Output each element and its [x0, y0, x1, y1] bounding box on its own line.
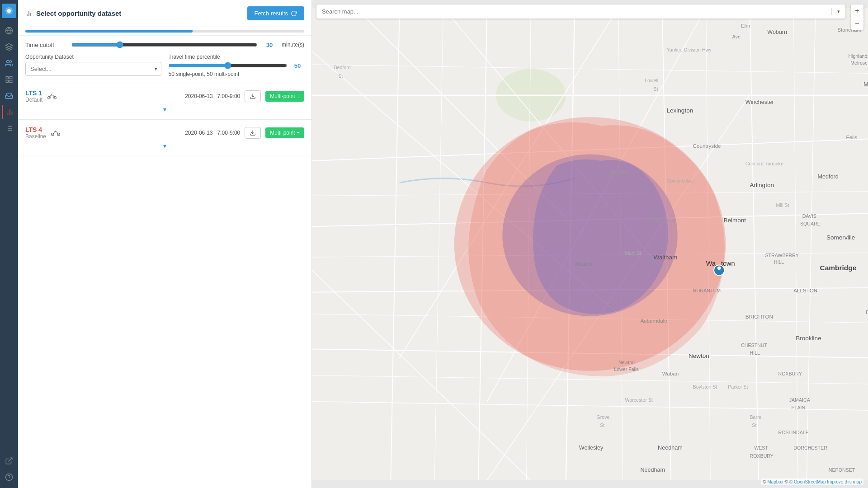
svg-text:STRAWBERRY: STRAWBERRY: [765, 253, 798, 258]
svg-text:Worcester St: Worcester St: [625, 397, 652, 403]
svg-point-137: [717, 266, 721, 270]
travel-time-info: 50 single-point, 50 multi-point: [169, 71, 305, 77]
svg-text:Brookline: Brookline: [796, 335, 821, 342]
svg-text:Cambridge: Cambridge: [820, 264, 856, 272]
nav-icon-layers[interactable]: [2, 40, 16, 54]
time-cutoff-label: Time cutoff: [25, 42, 66, 48]
svg-text:St: St: [338, 73, 343, 79]
result-lts1-label: Default: [25, 97, 42, 103]
svg-text:Melrose: Melrose: [850, 60, 868, 66]
result-lts4-date: 2020-06-13: [185, 130, 212, 136]
time-cutoff-row: Time cutoff 30 minute(s): [25, 41, 304, 48]
svg-text:St: St: [653, 86, 658, 92]
svg-text:Barre: Barre: [750, 414, 762, 420]
svg-text:Idylwilde: Idylwilde: [610, 169, 628, 175]
map-search-chevron-icon[interactable]: ▾: [832, 5, 845, 19]
result-lts1-date: 2020-06-13: [185, 93, 212, 99]
osm-attribution-link[interactable]: © OpenStreetMap: [789, 479, 826, 484]
nav-icon-chart[interactable]: [2, 105, 16, 119]
svg-text:Lower Falls: Lower Falls: [614, 366, 638, 372]
svg-rect-6: [6, 76, 8, 79]
nav-icon-help[interactable]: [2, 470, 16, 484]
zoom-in-button[interactable]: +: [851, 5, 863, 17]
opportunity-dataset-select-wrapper[interactable]: ▾: [25, 62, 161, 76]
zoom-out-button[interactable]: −: [851, 17, 863, 30]
travel-time-slider[interactable]: [169, 62, 288, 69]
download-icon-lts4: [250, 130, 256, 136]
svg-text:Waltham: Waltham: [653, 254, 677, 261]
result-lts1-meta: 2020-06-13 7:00-9:00 Multi-point +: [185, 90, 304, 102]
svg-text:HILL: HILL: [750, 350, 760, 356]
opportunity-dataset-field: Opportunity Dataset ▾: [25, 54, 161, 77]
nav-icon-stack[interactable]: [2, 89, 16, 103]
svg-text:Waban: Waban: [662, 371, 679, 376]
result-row-lts4-header: LTS 4 Baseline 2020-06-13 7:00-9:00 Mult…: [25, 126, 304, 140]
travel-time-value: 50: [291, 62, 304, 69]
svg-rect-8: [10, 80, 12, 83]
expand-button-lts1[interactable]: ▾: [163, 106, 166, 113]
svg-text:ROXBURY: ROXBURY: [750, 453, 774, 459]
svg-text:DORCHESTER: DORCHESTER: [793, 445, 827, 450]
svg-text:Auburndale: Auburndale: [640, 318, 667, 324]
opportunity-dataset-input[interactable]: [26, 62, 151, 75]
fetch-results-button[interactable]: Fetch results: [247, 6, 304, 20]
opportunity-dataset-chevron-icon[interactable]: ▾: [151, 66, 161, 72]
travel-time-field: Travel time percentile 50 50 single-poin…: [169, 54, 305, 77]
map-background: Elm Ave Woburn Stoneham Melrose Highland…: [312, 0, 868, 488]
download-button-lts4[interactable]: [245, 127, 261, 139]
svg-text:Elm: Elm: [741, 23, 750, 28]
svg-text:Needham: Needham: [640, 467, 665, 473]
svg-text:Fells: Fells: [846, 134, 858, 140]
svg-text:Medford: Medford: [818, 174, 839, 180]
svg-text:Newton: Newton: [618, 360, 635, 365]
nav-icon-users[interactable]: [2, 56, 16, 70]
expand-button-lts4[interactable]: ▾: [163, 142, 166, 150]
svg-text:Ave: Ave: [732, 34, 741, 39]
chart-icon: [25, 10, 33, 17]
improve-map-link[interactable]: Improve this map: [827, 479, 862, 484]
nav-icon-export[interactable]: [2, 454, 16, 468]
svg-text:WEST: WEST: [754, 445, 768, 450]
controls-section: Time cutoff 30 minute(s) Opportunity Dat…: [18, 36, 311, 83]
time-cutoff-slider-container: [71, 41, 257, 48]
svg-text:NONANTUM: NONANTUM: [693, 288, 721, 293]
nav-icon-grid[interactable]: [2, 72, 16, 87]
result-lts4-label: Baseline: [25, 133, 46, 140]
multipoint-button-lts4[interactable]: Multi-point +: [265, 127, 304, 138]
time-cutoff-slider[interactable]: [71, 41, 257, 48]
multipoint-button-lts1[interactable]: Multi-point +: [265, 91, 304, 102]
svg-text:Piety Corner: Piety Corner: [649, 218, 676, 223]
svg-rect-7: [10, 76, 12, 79]
progress-bar-track: [25, 30, 304, 33]
svg-text:Grove: Grove: [597, 414, 610, 420]
panel-header: Select opportunity dataset Fetch results: [18, 0, 311, 27]
svg-text:Lexington: Lexington: [666, 107, 693, 114]
app-logo[interactable]: [2, 4, 16, 18]
result-lts4-name-block: LTS 4 Baseline: [25, 126, 46, 140]
time-cutoff-value: 30: [263, 42, 276, 48]
svg-text:Main St: Main St: [625, 250, 641, 256]
travel-time-label: Travel time percentile: [169, 54, 305, 60]
icon-sidebar: [0, 0, 18, 488]
map-search-input[interactable]: [316, 5, 831, 19]
expand-row-lts1: ▾: [25, 103, 304, 113]
svg-text:Winchester: Winchester: [745, 99, 774, 105]
map-search-bar[interactable]: ▾: [316, 5, 845, 19]
result-row-lts1-header: LTS 1 Default 2020-06-13 7:00-9:00 Multi…: [25, 89, 304, 103]
progress-bar-area: [18, 27, 311, 36]
mapbox-attribution-link[interactable]: Mapbox: [767, 479, 783, 484]
svg-text:ROSLINDALE: ROSLINDALE: [778, 430, 808, 435]
svg-text:JAMAICA: JAMAICA: [789, 397, 811, 403]
time-cutoff-unit: minute(s): [282, 42, 304, 48]
zoom-controls: + −: [851, 5, 863, 30]
nav-icon-list[interactable]: [2, 121, 16, 136]
opportunity-dataset-label: Opportunity Dataset: [25, 54, 161, 60]
svg-text:Countryside: Countryside: [693, 143, 721, 149]
download-button-lts1[interactable]: [245, 90, 261, 102]
svg-text:BRIGHTON: BRIGHTON: [745, 314, 773, 319]
nav-icon-globe[interactable]: [2, 23, 16, 38]
svg-text:Arlington: Arlington: [750, 182, 774, 188]
result-lts4-meta: 2020-06-13 7:00-9:00 Multi-point +: [185, 127, 304, 139]
result-row-lts4: LTS 4 Baseline 2020-06-13 7:00-9:00 Mult…: [18, 120, 311, 156]
map-area[interactable]: Elm Ave Woburn Stoneham Melrose Highland…: [312, 0, 868, 488]
